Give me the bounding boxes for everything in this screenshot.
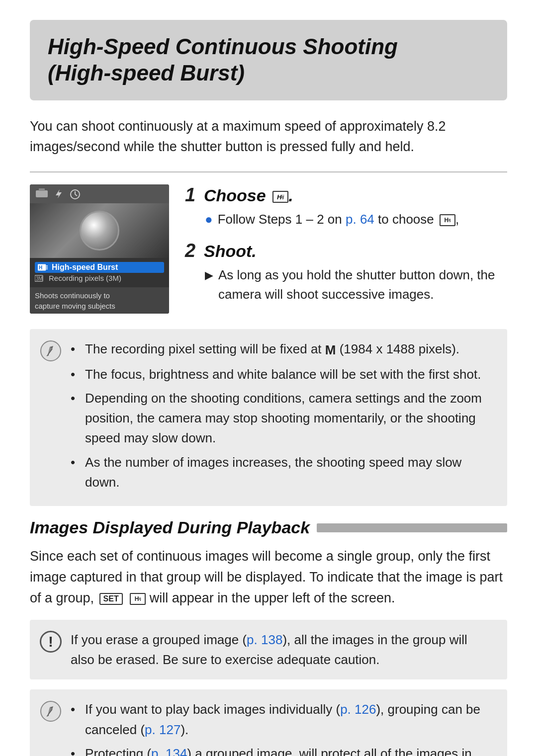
cam-icon-row [35,188,81,199]
cam-menu: H High-speed Burst 3M Recording pixels (… [30,258,169,287]
step-2-bullet: ▶ As long as you hold the shutter button… [205,265,507,304]
note2-item-2: Protecting (p. 134) a grouped image, wil… [71,744,493,756]
section-2-body-suffix: will appear in the upper left of the scr… [150,590,395,605]
step-1-bullet-text: Follow Steps 1 – 2 on p. 64 to choose Hi… [218,210,459,229]
flash-icon [54,188,65,199]
notes-list-2: If you want to play back images individu… [71,699,493,756]
pixels-icon: 3M [35,274,45,282]
step-1-bullet: ● Follow Steps 1 – 2 on p. 64 to choose … [205,210,507,229]
warning-content: If you erase a grouped image (p. 138), a… [71,630,493,670]
bullet-triangle: ▶ [205,267,213,283]
step-2-content: ▶ As long as you hold the shutter button… [185,265,507,304]
burst-icon-3: Hij [130,593,146,605]
note-item-4: As the number of images increases, the s… [71,452,493,493]
timer-icon [70,188,81,199]
pencil-svg [40,340,62,362]
svg-text:3M: 3M [36,276,43,281]
burst-menu-label: High-speed Burst [52,263,118,272]
link-p134[interactable]: p. 134 [151,746,187,756]
note-item-2: The focus, brightness and white balance … [71,364,493,384]
cam-menu-item-pixels: 3M Recording pixels (3M) [35,273,164,283]
m-icon: M [325,342,336,357]
warning-box: ! If you erase a grouped image (p. 138),… [30,620,507,680]
bullet-dot: ● [205,210,213,229]
camera-mode-icon [35,188,49,199]
pencil-icon-2 [40,700,62,722]
note-item-1: The recording pixel setting will be fixe… [71,339,493,360]
title-line1: High-Speed Continuous Shooting [48,34,398,59]
notes-box-2: If you want to play back images individu… [30,689,507,756]
cam-menu-item-burst: H High-speed Burst [35,262,164,273]
divider [30,171,507,172]
set-icon: SET [99,593,123,605]
step-1-number: 1 [185,184,199,206]
warning-link-138[interactable]: p. 138 [247,632,282,647]
step-1: 1 Choose Hij. ● Follow Steps 1 – 2 on p.… [185,184,507,229]
warning-icon: ! [40,631,62,653]
burst-icon-2: Hij [440,214,455,226]
steps-area: 1 Choose Hij. ● Follow Steps 1 – 2 on p.… [185,184,507,315]
section-2-title: Images Displayed During Playback [30,518,310,537]
step-2: 2 Shoot. ▶ As long as you hold the shutt… [185,240,507,304]
svg-rect-1 [39,188,45,191]
page-title: High-Speed Continuous Shooting (High-spe… [48,34,489,86]
camera-screenshot: H High-speed Burst 3M Recording pixels (… [30,184,169,314]
pencil-icon [40,340,62,362]
notes-content-2: If you want to play back images individu… [71,699,493,756]
note2-text-1: If you want to play back images individu… [85,699,493,740]
intro-text: You can shoot continuously at a maximum … [30,116,507,158]
cam-desc-text: Shoots continuously tocapture moving sub… [35,291,115,310]
step-2-header: 2 Shoot. [185,240,507,261]
pixels-menu-label: Recording pixels (3M) [49,274,121,282]
note-text-3: Depending on the shooting conditions, ca… [85,388,493,448]
burst-icon: Hij [272,191,288,203]
notes-list-1: The recording pixel setting will be fixe… [71,339,493,492]
cam-top-bar [30,184,169,203]
link-p127[interactable]: p. 127 [145,722,180,737]
burst-menu-icon: H [38,263,48,271]
note-text-2: The focus, brightness and white balance … [85,364,481,384]
step-2-number: 2 [185,240,199,261]
cam-desc: Shoots continuously tocapture moving sub… [30,287,169,314]
pencil-svg-2 [40,700,62,722]
note2-item-1: If you want to play back images individu… [71,699,493,740]
step-2-title: Shoot. [204,242,257,261]
section-2-body: Since each set of continuous images will… [30,546,507,609]
notes-box-1: The recording pixel setting will be fixe… [30,329,507,506]
note-text-1: The recording pixel setting will be fixe… [85,339,459,360]
step-1-header: 1 Choose Hij. [185,184,507,206]
step-1-content: ● Follow Steps 1 – 2 on p. 64 to choose … [185,210,507,229]
svg-marker-2 [56,189,62,198]
notes-content-1: The recording pixel setting will be fixe… [71,339,493,496]
section-title-bar [317,523,507,532]
cam-ball-area [30,203,169,258]
step-2-bullet-text: As long as you hold the shutter button d… [218,265,507,304]
note-item-3: Depending on the shooting conditions, ca… [71,388,493,448]
cam-ball [80,211,119,251]
svg-text:H: H [39,265,42,270]
link-p126[interactable]: p. 126 [340,702,376,717]
note2-text-2: Protecting (p. 134) a grouped image, wil… [85,744,493,756]
step-1-title: Choose Hij. [204,186,293,205]
title-line2: (High-speed Burst) [48,61,245,85]
page-title-box: High-Speed Continuous Shooting (High-spe… [30,20,507,100]
link-p64[interactable]: p. 64 [346,212,374,227]
step-1-title-text: Choose [204,186,266,205]
svg-rect-0 [36,190,48,197]
note-text-4: As the number of images increases, the s… [85,452,493,493]
main-steps-area: H High-speed Burst 3M Recording pixels (… [30,184,507,315]
svg-line-5 [75,194,77,196]
section-2-title-box: Images Displayed During Playback [30,518,507,537]
warning-text-pre: If you erase a grouped image ( [71,632,247,647]
